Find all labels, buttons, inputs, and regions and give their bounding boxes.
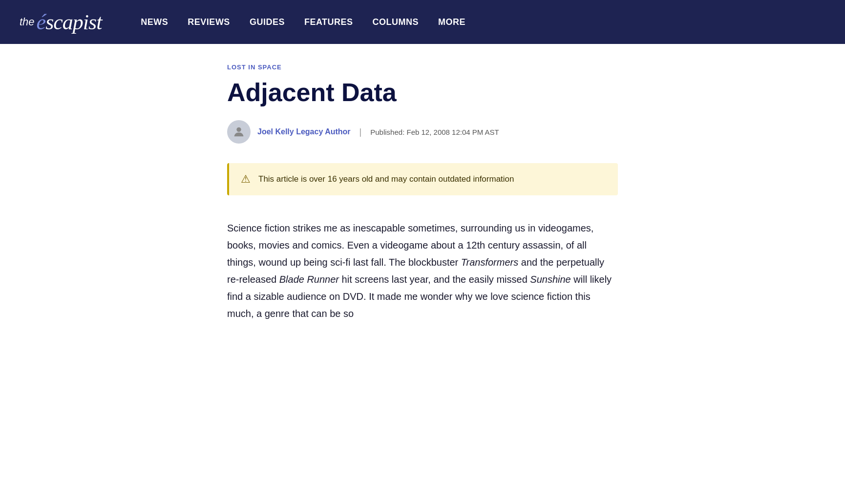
logo-e-icon: é <box>37 10 46 34</box>
nav-item-news[interactable]: NEWS <box>141 17 168 27</box>
nav-item-more[interactable]: MORE <box>438 17 465 27</box>
author-divider: | <box>359 127 362 137</box>
author-name-link[interactable]: Joel Kelly Legacy Author <box>257 127 351 136</box>
site-logo[interactable]: the éscapist <box>20 10 102 35</box>
nav-item-features[interactable]: FEATURES <box>304 17 353 27</box>
article-body: Science fiction strikes me as inescapabl… <box>227 220 618 322</box>
article-main: LOST IN SPACE Adjacent Data Joel Kelly L… <box>0 44 845 354</box>
svg-point-0 <box>236 127 241 132</box>
article-content-wrapper: LOST IN SPACE Adjacent Data Joel Kelly L… <box>203 44 642 354</box>
author-avatar <box>227 120 251 144</box>
warning-icon: ⚠ <box>241 173 251 186</box>
article-paragraph-1: Science fiction strikes me as inescapabl… <box>227 220 618 322</box>
main-nav: NEWS REVIEWS GUIDES FEATURES COLUMNS MOR… <box>141 17 465 27</box>
nav-item-guides[interactable]: GUIDES <box>250 17 285 27</box>
author-line: Joel Kelly Legacy Author | Published: Fe… <box>227 120 618 144</box>
nav-item-reviews[interactable]: REVIEWS <box>188 17 230 27</box>
nav-item-columns[interactable]: COLUMNS <box>373 17 419 27</box>
warning-box: ⚠ This article is over 16 years old and … <box>227 163 618 195</box>
avatar-person-icon <box>232 125 246 139</box>
published-label: Published: <box>370 128 404 136</box>
published-date-value: Feb 12, 2008 12:04 PM AST <box>407 128 499 136</box>
article-category[interactable]: LOST IN SPACE <box>227 63 618 71</box>
published-date: Published: Feb 12, 2008 12:04 PM AST <box>370 128 499 136</box>
logo-escapist-text: éscapist <box>37 10 102 35</box>
warning-text: This article is over 16 years old and ma… <box>258 174 514 184</box>
site-header: the éscapist NEWS REVIEWS GUIDES FEATURE… <box>0 0 845 44</box>
article-title: Adjacent Data <box>227 79 618 106</box>
logo-the-text: the <box>20 16 35 28</box>
